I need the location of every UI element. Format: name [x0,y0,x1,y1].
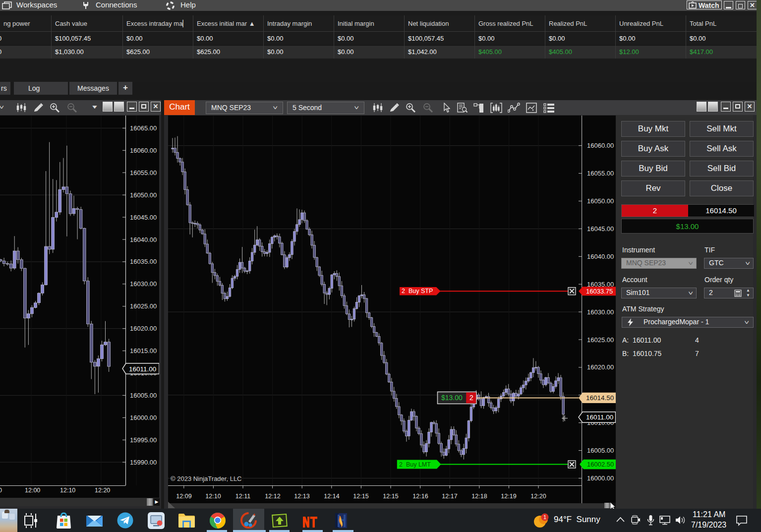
svg-text:2 Buy STP: 2 Buy STP [402,288,433,295]
svg-text:16045.00: 16045.00 [130,214,157,221]
svg-text:16020.00: 16020.00 [130,325,157,332]
svg-text:15995.00: 15995.00 [130,436,157,444]
svg-text:16065.00: 16065.00 [130,124,157,132]
svg-text:16055.00: 16055.00 [587,170,614,177]
svg-text:16011.00: 16011.00 [586,414,613,421]
svg-text:16020.00: 16020.00 [587,363,614,371]
svg-text:16040.00: 16040.00 [587,253,614,260]
svg-text:16060.00: 16060.00 [587,142,614,149]
svg-text:12:18: 12:18 [471,493,487,500]
svg-text:16030.00: 16030.00 [587,308,614,316]
svg-text:12:09: 12:09 [176,493,191,500]
svg-text:12:19: 12:19 [501,493,516,500]
svg-text:12:11: 12:11 [235,493,250,500]
svg-text:0: 0 [0,487,2,494]
svg-text:16011.00: 16011.00 [129,365,156,373]
svg-text:12:20: 12:20 [530,493,546,500]
svg-text:16060.00: 16060.00 [130,147,157,154]
svg-text:16035.00: 16035.00 [130,258,157,265]
svg-text:12:10: 12:10 [60,487,75,494]
svg-text:16040.00: 16040.00 [130,236,157,243]
svg-text:12:10: 12:10 [205,493,221,500]
svg-text:12:17: 12:17 [442,493,457,500]
svg-text:12:13: 12:13 [294,493,309,500]
svg-text:16014.50: 16014.50 [586,394,614,402]
svg-text:12:20: 12:20 [95,487,110,494]
svg-text:2 Buy LMT: 2 Buy LMT [399,461,431,468]
svg-text:12:12: 12:12 [265,493,280,500]
svg-text:16030.00: 16030.00 [130,280,157,288]
svg-text:16002.50: 16002.50 [587,461,614,468]
svg-text:2: 2 [469,394,473,402]
svg-text:16025.00: 16025.00 [130,302,157,310]
svg-text:16033.75: 16033.75 [586,288,613,295]
svg-text:12:14: 12:14 [324,493,339,500]
svg-text:16000.00: 16000.00 [130,414,157,421]
svg-text:12:16: 12:16 [412,493,428,500]
svg-text:$13.00: $13.00 [441,394,463,402]
svg-text:16025.00: 16025.00 [587,336,614,344]
svg-text:16045.00: 16045.00 [587,225,614,233]
svg-text:12:15: 12:15 [353,493,368,500]
svg-text:16005.00: 16005.00 [130,392,157,399]
svg-text:16015.00: 16015.00 [130,347,157,355]
svg-text:1: 1 [543,514,546,520]
svg-text:12:15: 12:15 [383,493,398,500]
svg-text:16005.00: 16005.00 [587,447,614,454]
svg-text:16000.00: 16000.00 [587,474,614,482]
svg-text:16050.00: 16050.00 [587,197,614,205]
svg-text:16050.00: 16050.00 [130,191,157,199]
svg-text:15990.00: 15990.00 [130,459,157,466]
svg-text:© 2023 NinjaTrader, LLC: © 2023 NinjaTrader, LLC [171,475,242,482]
svg-text:16055.00: 16055.00 [130,169,157,177]
svg-text:12:00: 12:00 [25,487,40,494]
